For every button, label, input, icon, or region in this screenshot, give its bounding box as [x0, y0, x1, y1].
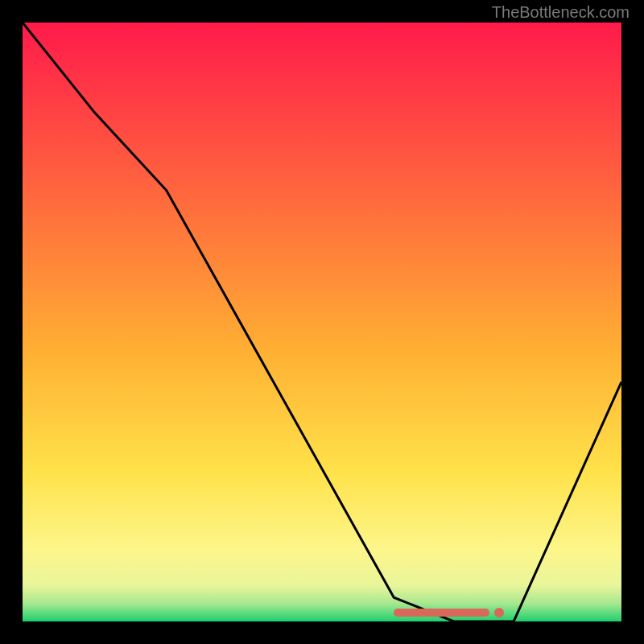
bottleneck-curve — [23, 23, 621, 621]
watermark-text: TheBottleneck.com — [492, 3, 630, 22]
plot-area — [23, 23, 621, 621]
optimal-range-marker — [394, 609, 489, 617]
